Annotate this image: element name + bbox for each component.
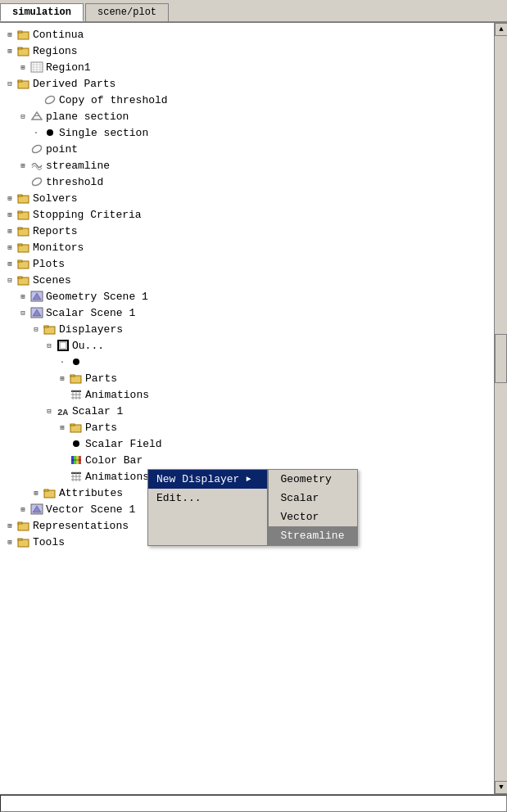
expand-tools[interactable]: ⊞	[3, 535, 16, 548]
submenu-item-streamline[interactable]: Streamline	[269, 526, 357, 545]
scroll-track[interactable]	[495, 36, 507, 781]
tree-item-streamline[interactable]: ⊞ streamline	[0, 157, 494, 174]
expand-scenes[interactable]: ⊟	[3, 273, 16, 286]
expand-parts-outline[interactable]: ⊞	[56, 372, 69, 385]
tree-item-regions[interactable]: ⊞ Regions	[0, 43, 494, 59]
slice-icon-threshold	[29, 174, 44, 189]
expand-outline-dot: ·	[56, 355, 69, 368]
label-solvers: Solvers	[33, 192, 78, 205]
expand-region1[interactable]: ⊞	[16, 61, 29, 74]
label-attributes: Attributes	[59, 487, 123, 499]
tree-item-region1[interactable]: ⊞ Region1	[0, 59, 494, 75]
label-scalar-field: Scalar Field	[85, 438, 162, 450]
tree-item-parts-scalar[interactable]: ⊞ Parts	[0, 419, 494, 435]
folder-icon	[43, 485, 57, 500]
tree-item-threshold[interactable]: · threshold	[0, 174, 494, 190]
expand-attributes[interactable]: ⊞	[29, 486, 43, 499]
tree-item-stopping-criteria[interactable]: ⊞ Stopping Criteria	[0, 206, 494, 223]
label-scalar-scene1: Scalar Scene 1	[46, 307, 135, 319]
tree-item-derived-parts[interactable]: ⊟ Derived Parts	[0, 75, 494, 92]
expand-streamline[interactable]: ⊞	[16, 159, 29, 172]
expand-displayers[interactable]: ⊟	[29, 323, 43, 336]
expand-derived-parts[interactable]: ⊟	[3, 77, 16, 90]
menu-item-edit[interactable]: Edit...	[148, 489, 267, 508]
folder-icon	[16, 207, 31, 222]
scroll-up-button[interactable]: ▲	[495, 23, 507, 36]
folder-icon	[69, 420, 84, 435]
expand-regions[interactable]: ⊞	[3, 44, 16, 57]
scene-icon	[29, 305, 44, 320]
tree-item-parts-outline[interactable]: ⊞ Parts	[0, 370, 494, 386]
tree-item-solvers[interactable]: ⊞ Solvers	[0, 190, 494, 206]
svg-point-50	[73, 440, 79, 447]
folder-icon	[16, 43, 31, 58]
folder-icon	[43, 322, 57, 336]
menu-item-edit-label: Edit...	[156, 492, 201, 504]
label-continua: Continua	[33, 29, 84, 41]
folder-icon	[16, 223, 31, 238]
expand-stopping-criteria[interactable]: ⊞	[3, 208, 16, 221]
status-bar	[0, 794, 507, 812]
dot-icon	[43, 125, 57, 140]
svg-rect-25	[18, 244, 22, 246]
tree-item-reports[interactable]: ⊞ Reports	[0, 223, 494, 239]
label-reports: Reports	[33, 225, 78, 237]
expand-vector-scene1[interactable]: ⊞	[16, 503, 29, 516]
anim-icon	[69, 469, 84, 484]
submenu-item-geometry[interactable]: Geometry	[269, 470, 357, 489]
scroll-down-button[interactable]: ▼	[495, 781, 507, 794]
dot-icon	[69, 354, 84, 369]
expand-scalar-field: ·	[56, 437, 69, 450]
expand-parts-scalar[interactable]: ⊞	[56, 421, 69, 434]
expand-scalar1[interactable]: ⊟	[43, 404, 56, 417]
expand-scalar-scene1[interactable]: ⊟	[16, 306, 29, 319]
tree-item-single-section[interactable]: · Single section	[0, 124, 494, 141]
tree-item-plane-section[interactable]: ⊟ plane section	[0, 108, 494, 124]
tab-simulation[interactable]: simulation	[0, 3, 84, 21]
submenu-item-vector[interactable]: Vector	[269, 508, 357, 526]
tree-item-point[interactable]: · point	[0, 141, 494, 157]
expand-plots[interactable]: ⊞	[3, 257, 16, 270]
tree-item-scenes[interactable]: ⊟ Scenes	[0, 272, 494, 288]
tree-item-plots[interactable]: ⊞ Plots	[0, 255, 494, 272]
tree-item-color-bar[interactable]: · Color Bar	[0, 452, 494, 468]
plane-icon	[29, 109, 44, 124]
expand-solvers[interactable]: ⊞	[3, 192, 16, 205]
tree-item-animations-outline[interactable]: · Animations	[0, 386, 494, 403]
menu-item-new-displayer[interactable]: New Displayer ►	[148, 470, 267, 489]
expand-representations[interactable]: ⊞	[3, 519, 16, 532]
submenu-item-scalar[interactable]: Scalar	[269, 489, 357, 508]
tree-item-copy-threshold[interactable]: · Copy of threshold	[0, 92, 494, 108]
tree-item-scalar1[interactable]: ⊟ 2A Scalar 1	[0, 403, 494, 419]
folder-icon	[16, 518, 31, 533]
label-point: point	[46, 143, 78, 156]
tree-item-scalar-field[interactable]: · Scalar Field	[0, 435, 494, 452]
tab-scene-plot[interactable]: scene/plot	[85, 3, 169, 21]
label-regions: Regions	[33, 45, 78, 57]
label-animations-scalar: Animations	[85, 471, 149, 483]
expand-monitors[interactable]: ⊞	[3, 241, 16, 254]
expand-animations-outline: ·	[56, 388, 69, 401]
dot-icon	[69, 436, 84, 451]
label-derived-parts: Derived Parts	[33, 78, 115, 90]
tree-item-displayers[interactable]: ⊟ Displayers	[0, 321, 494, 337]
scrollbar: ▲ ▼	[494, 23, 507, 794]
tree-item-continua[interactable]: ⊞ Continua	[0, 26, 494, 43]
expand-outline[interactable]: ⊟	[43, 339, 56, 352]
scroll-thumb[interactable]	[495, 334, 507, 383]
expand-copy-threshold: ·	[29, 93, 43, 106]
label-plane-section: plane section	[46, 111, 129, 123]
tree-item-outline-dot[interactable]: ·	[0, 354, 494, 370]
tree-item-outline[interactable]: ⊟ Ou...	[0, 337, 494, 354]
expand-plane-section[interactable]: ⊟	[16, 110, 29, 123]
tree-item-scalar-scene1[interactable]: ⊟ Scalar Scene 1	[0, 304, 494, 321]
tree-item-geometry-scene1[interactable]: ⊞ Geometry Scene 1	[0, 288, 494, 304]
expand-reports[interactable]: ⊞	[3, 224, 16, 237]
tree-item-monitors[interactable]: ⊞ Monitors	[0, 239, 494, 255]
folder-icon	[16, 273, 31, 287]
label-displayers: Displayers	[59, 323, 123, 336]
expand-continua[interactable]: ⊞	[3, 28, 16, 41]
expand-geometry-scene1[interactable]: ⊞	[16, 290, 29, 303]
status-input[interactable]	[0, 795, 507, 812]
label-representations: Representations	[33, 520, 129, 532]
